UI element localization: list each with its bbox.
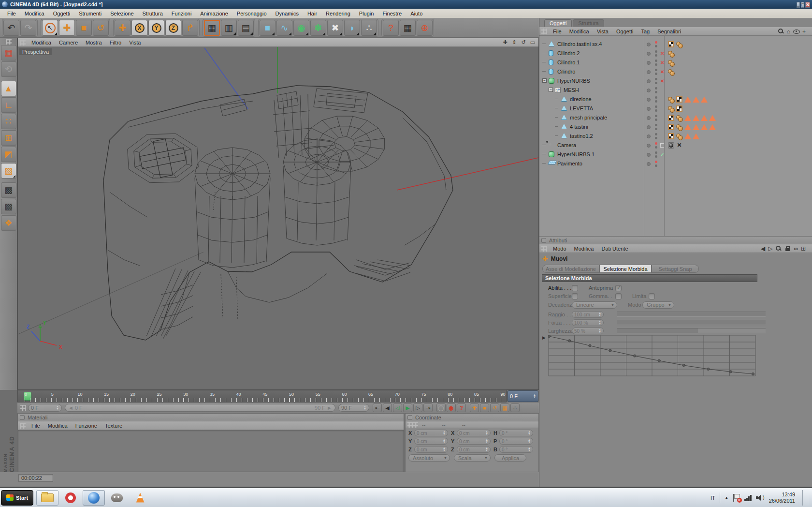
move-global-button[interactable]: ✚: [115, 20, 130, 36]
action-center-icon[interactable]: [733, 494, 740, 502]
layer-dot[interactable]: [647, 61, 651, 65]
spinner-icon[interactable]: ▲▼: [443, 439, 446, 444]
spinner-icon[interactable]: ▲▼: [485, 447, 488, 452]
menu-item-file[interactable]: File: [3, 11, 20, 16]
current-frame-field[interactable]: 0 F ▲▼: [508, 390, 538, 402]
menu-item-personaggio[interactable]: Personaggio: [232, 11, 271, 16]
menu-item-modifica[interactable]: Modifica: [28, 40, 55, 45]
lens-tag[interactable]: [668, 142, 674, 149]
start-frame-field[interactable]: 0 F ▲▼: [28, 404, 62, 412]
lock-x-axis-button[interactable]: X: [131, 20, 147, 36]
larghezza-field[interactable]: 50 % ▲▼: [572, 328, 604, 334]
render-visibility-dot[interactable]: [655, 82, 657, 84]
tri-tag[interactable]: [684, 96, 691, 103]
limita-checkbox[interactable]: [649, 293, 655, 299]
timeline-range-slider[interactable]: ◄ 0 F 90 F ►: [65, 404, 335, 412]
toggle-view-icon[interactable]: ▭: [529, 39, 536, 46]
tri-tag[interactable]: [684, 115, 691, 121]
menu-item-funzioni[interactable]: Funzioni: [167, 11, 196, 16]
spinner-icon[interactable]: ▲▼: [443, 431, 446, 435]
render-visibility-dot[interactable]: [655, 164, 657, 167]
coordinate-field-z-2[interactable]: 0 cm▲▼: [414, 446, 448, 453]
hypernurbs-button[interactable]: ◉: [293, 20, 309, 36]
menu-item-modifica[interactable]: Modifica: [20, 11, 49, 16]
spinner-icon[interactable]: ▲▼: [528, 431, 531, 435]
deformer-button[interactable]: ◗: [344, 20, 360, 36]
menu-item-modifica[interactable]: Modifica: [566, 29, 593, 34]
layer-dot[interactable]: [647, 89, 651, 92]
tree-row-hypernurbs[interactable]: −HyperNURBS✕: [539, 76, 812, 86]
keyframe-selection-button[interactable]: ?: [457, 403, 466, 412]
edges-mode-button[interactable]: ⊞: [1, 130, 16, 146]
editor-visibility-dot[interactable]: [655, 105, 657, 108]
spline-pen-button[interactable]: ∿: [276, 20, 292, 36]
help-button[interactable]: ?: [383, 20, 399, 36]
tab-oggetti[interactable]: Oggetti: [544, 19, 572, 27]
make-editable-button[interactable]: ⟲: [1, 61, 16, 77]
superficie-checkbox[interactable]: [572, 293, 578, 299]
editor-visibility-dot[interactable]: [655, 115, 657, 117]
layer-dot[interactable]: [647, 43, 651, 46]
render-view-button[interactable]: ▦: [204, 20, 220, 36]
layer-dot[interactable]: [647, 134, 651, 138]
tri-tag[interactable]: [709, 115, 716, 121]
texture-tag[interactable]: [668, 124, 674, 130]
render-visibility-dot[interactable]: [655, 100, 657, 103]
minimize-button[interactable]: _: [797, 2, 800, 8]
rotate-view-icon[interactable]: ↺: [520, 39, 527, 46]
menu-item-vista[interactable]: Vista: [593, 29, 612, 34]
tree-row-tastino1-2[interactable]: tastino1.2: [539, 132, 812, 141]
menu-item-mostra[interactable]: Mostra: [82, 40, 106, 45]
show-desktop-button[interactable]: [802, 490, 809, 506]
search-icon[interactable]: [775, 245, 782, 252]
tri-tag[interactable]: [693, 133, 699, 139]
gimp-taskbar-button[interactable]: [106, 490, 128, 506]
editor-visibility-dot[interactable]: [655, 87, 657, 89]
menu-item-vista[interactable]: Vista: [125, 40, 145, 45]
volume-icon[interactable]: ): [756, 494, 765, 501]
render-visibility-dot[interactable]: [655, 155, 657, 158]
editor-visibility-dot[interactable]: [655, 133, 657, 135]
falloff-curve-editor[interactable]: ▶: [548, 334, 756, 378]
menu-item-oggetti[interactable]: Oggetti: [49, 11, 74, 16]
menu-item-rendering[interactable]: Rendering: [321, 11, 355, 16]
zoom-view-icon[interactable]: ⇕: [510, 39, 518, 46]
undo-button[interactable]: ↶: [3, 20, 19, 36]
layer-dot[interactable]: [647, 116, 651, 120]
tri-tag[interactable]: [684, 133, 691, 139]
render-visibility-dot[interactable]: [655, 54, 657, 57]
menu-item-modifica[interactable]: Modifica: [570, 246, 598, 252]
render-visibility-dot[interactable]: [655, 128, 657, 130]
render-settings-button[interactable]: ▤: [238, 20, 254, 36]
attributes-panel-checkbox[interactable]: [541, 238, 546, 243]
decadenza-dropdown[interactable]: Lineare: [572, 301, 617, 309]
vlc-taskbar-button[interactable]: [129, 490, 151, 506]
tree-row-camera[interactable]: Camera✕: [539, 141, 812, 150]
add-icon[interactable]: ⊞: [801, 246, 806, 252]
editor-visibility-dot[interactable]: [655, 124, 657, 126]
render-visibility-dot[interactable]: [655, 45, 657, 47]
coordinate-field-y-1[interactable]: 0 cm▲▼: [457, 438, 491, 445]
layer-dot[interactable]: [647, 125, 651, 129]
anteprima-checkbox[interactable]: [615, 285, 622, 291]
pan-view-icon[interactable]: ✚: [501, 39, 509, 46]
polygons-mode-button[interactable]: ◩: [1, 147, 16, 162]
abilita-checkbox[interactable]: [572, 285, 578, 291]
lock-z-axis-button[interactable]: Z: [165, 20, 181, 36]
start-button[interactable]: Start: [1, 490, 33, 506]
play-forward-button[interactable]: ▶: [403, 403, 412, 412]
search-icon[interactable]: [778, 28, 784, 34]
render-visibility-dot[interactable]: [655, 137, 657, 139]
menu-item-finestre[interactable]: Finestre: [378, 11, 406, 16]
menu-item-strumenti[interactable]: Strumenti: [74, 11, 106, 16]
previous-frame-button[interactable]: ◀: [383, 403, 392, 412]
menu-item-modo[interactable]: Modo: [549, 246, 570, 252]
object-manager-grip[interactable]: [541, 29, 547, 34]
layer-dot[interactable]: [647, 162, 651, 166]
render-visibility-dot[interactable]: [655, 119, 657, 121]
rotate-tool-button[interactable]: ↺: [93, 20, 109, 36]
viewport-canvas[interactable]: ZYX Prospettiva: [18, 47, 538, 389]
tri-tag[interactable]: [693, 115, 699, 121]
editor-visibility-dot[interactable]: [655, 142, 657, 145]
texture-tag[interactable]: [676, 96, 682, 103]
